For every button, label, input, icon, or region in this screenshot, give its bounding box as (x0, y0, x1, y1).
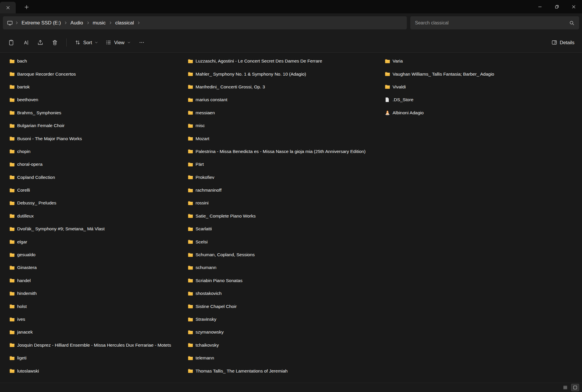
search-input[interactable] (415, 20, 569, 26)
file-item[interactable]: Busoni - The Major Piano Works (7, 132, 186, 145)
address-bar[interactable]: Extreme SSD (E:)Audiomusicclassical (3, 16, 407, 29)
minimize-button[interactable] (531, 0, 548, 13)
sort-button[interactable]: Sort (72, 36, 101, 49)
file-item[interactable]: Scelsi (186, 235, 384, 248)
file-item[interactable]: Mahler_ Symphony No. 1 & Symphony No. 10… (186, 67, 384, 80)
file-item[interactable]: handel (7, 274, 186, 287)
file-item[interactable]: bach (7, 55, 186, 67)
large-icons-view-button[interactable] (571, 384, 579, 391)
folder-icon (187, 368, 193, 374)
file-item[interactable]: Mozart (186, 132, 384, 145)
view-button[interactable]: View (103, 36, 133, 49)
file-item[interactable]: tchaikovsky (186, 339, 384, 352)
file-item[interactable]: choral-opera (7, 158, 186, 171)
file-item[interactable]: Thomas Tallis_ The Lamentations of Jerem… (186, 364, 384, 377)
file-item[interactable]: Albinoni Adagio (383, 106, 575, 119)
file-item[interactable]: schumann (186, 261, 384, 274)
more-options-button[interactable] (135, 36, 148, 49)
file-item[interactable]: marius constant (186, 93, 384, 106)
file-item[interactable]: Varia (383, 55, 575, 67)
breadcrumb-item[interactable]: Audio (68, 18, 86, 28)
header-band: Extreme SSD (E:)Audiomusicclassical (0, 13, 582, 33)
file-item[interactable]: Josquin Desprez - Hilliard Ensemble - Mi… (7, 339, 186, 352)
details-view-button[interactable] (561, 384, 569, 391)
breadcrumb-item[interactable]: Extreme SSD (E:) (19, 18, 63, 28)
file-item[interactable]: Manfredini_ Concerti Grossi, Op. 3 (186, 81, 384, 93)
file-item[interactable]: Scriabin Piano Sonatas (186, 274, 384, 287)
folder-icon (9, 329, 15, 335)
file-name: Varia (393, 58, 403, 64)
file-item[interactable]: chopin (7, 145, 186, 158)
file-item[interactable]: ives (7, 313, 186, 326)
file-item[interactable]: bartok (7, 81, 186, 93)
plus-icon (24, 5, 29, 9)
paste-button[interactable] (5, 36, 17, 49)
folder-icon (9, 187, 15, 193)
search-icon[interactable] (569, 20, 574, 26)
breadcrumb-item[interactable]: music (90, 18, 108, 28)
file-item[interactable]: messiaen (186, 106, 384, 119)
file-item[interactable]: Baroque Recorder Concertos (7, 67, 186, 80)
file-item[interactable]: Prokofiev (186, 171, 384, 184)
folder-icon (187, 239, 193, 245)
chevron-right-icon[interactable] (109, 21, 112, 25)
chevron-right-icon[interactable] (64, 21, 68, 25)
chevron-right-icon[interactable] (137, 21, 141, 25)
details-pane-button[interactable]: Details (549, 36, 577, 49)
file-item[interactable]: Copland Collection (7, 171, 186, 184)
file-item[interactable]: Pärt (186, 158, 384, 171)
folder-icon (9, 213, 15, 219)
file-item[interactable]: Bulgarian Female Choir (7, 119, 186, 132)
chevron-right-icon[interactable] (86, 21, 90, 25)
folder-icon (187, 265, 193, 270)
file-name: Pärt (196, 162, 204, 167)
rename-button[interactable] (19, 36, 32, 49)
file-item[interactable]: misc (186, 119, 384, 132)
new-tab-button[interactable] (22, 3, 31, 11)
file-name: Satie_ Complete Piano Works (196, 213, 255, 219)
file-item[interactable]: rossini (186, 197, 384, 209)
file-name: Luzzaschi, Agostini - Le Concert Secret … (196, 58, 322, 64)
file-item[interactable]: Vivaldi (383, 81, 575, 93)
file-item[interactable]: hindemith (7, 287, 186, 300)
search-box[interactable] (410, 16, 579, 29)
this-pc-icon[interactable] (7, 20, 13, 26)
maximize-button[interactable] (548, 0, 565, 13)
file-item[interactable]: elgar (7, 235, 186, 248)
file-item[interactable]: Dvořák_ Symphony #9; Smetana_ Má Vlast (7, 222, 186, 235)
file-item[interactable]: Palestrina - Missa Benedicta es - Missa … (186, 145, 384, 158)
file-item[interactable]: Brahms_ Symphonies (7, 106, 186, 119)
file-item[interactable]: Ginastera (7, 261, 186, 274)
file-item[interactable]: Debussy_ Preludes (7, 197, 186, 209)
close-button[interactable] (565, 0, 582, 13)
file-item[interactable]: ligeti (7, 352, 186, 364)
file-item[interactable]: lutoslawski (7, 364, 186, 377)
file-item[interactable]: Schuman, Copland, Sessions (186, 248, 384, 261)
tab-close-icon[interactable] (6, 6, 10, 10)
folder-icon (9, 123, 15, 129)
view-icon (106, 40, 111, 45)
file-item[interactable]: Vaughan Williams_ Tallis Fantasia; Barbe… (383, 67, 575, 80)
delete-button[interactable] (48, 36, 61, 49)
file-item[interactable]: janacek (7, 326, 186, 338)
file-item[interactable]: dutilleux (7, 210, 186, 222)
file-item[interactable]: rachmaninoff (186, 184, 384, 197)
file-item[interactable]: Scarlatti (186, 222, 384, 235)
file-item[interactable]: holst (7, 300, 186, 313)
file-item[interactable]: Luzzaschi, Agostini - Le Concert Secret … (186, 55, 384, 67)
file-item[interactable]: .DS_Store (383, 93, 575, 106)
file-item[interactable]: telemann (186, 352, 384, 364)
file-item[interactable]: szymanowsky (186, 326, 384, 338)
file-item[interactable]: Sistine Chapel Choir (186, 300, 384, 313)
breadcrumb-item[interactable]: classical (113, 18, 136, 28)
close-icon (572, 5, 576, 9)
file-item[interactable]: Corelli (7, 184, 186, 197)
file-item[interactable]: shostakovich (186, 287, 384, 300)
file-item[interactable]: beethoven (7, 93, 186, 106)
share-button[interactable] (34, 36, 47, 49)
chevron-right-icon[interactable] (15, 21, 19, 25)
file-item[interactable]: Stravinsky (186, 313, 384, 326)
file-item[interactable]: Satie_ Complete Piano Works (186, 210, 384, 222)
explorer-tab[interactable] (0, 2, 16, 13)
file-item[interactable]: gesualdo (7, 248, 186, 261)
